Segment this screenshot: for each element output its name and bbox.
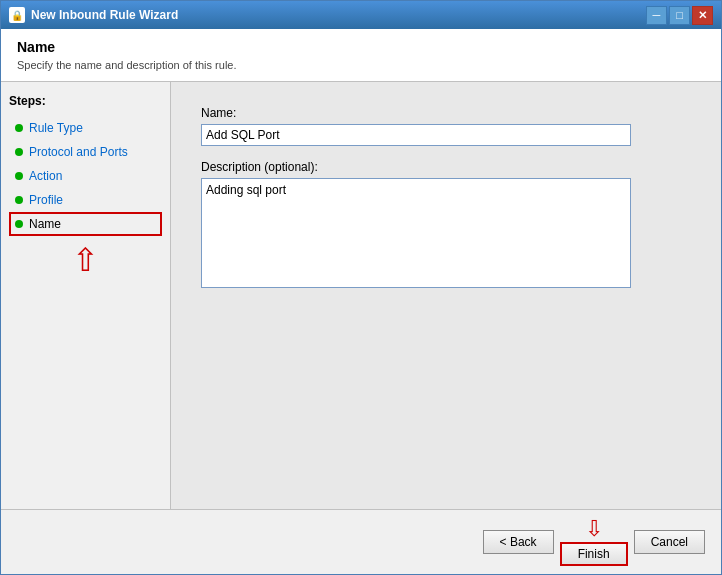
name-input[interactable] <box>201 124 631 146</box>
step-dot-action <box>15 172 23 180</box>
step-dot-name <box>15 220 23 228</box>
sidebar: Steps: Rule Type Protocol and Ports Acti… <box>1 82 171 509</box>
description-group: Description (optional): <box>201 160 691 288</box>
back-button[interactable]: < Back <box>483 530 554 554</box>
sidebar-item-rule-type[interactable]: Rule Type <box>9 116 162 140</box>
finish-down-arrow-icon: ⇩ <box>585 518 603 540</box>
sidebar-item-name[interactable]: Name <box>9 212 162 236</box>
step-label-name: Name <box>29 217 61 231</box>
page-header: Name Specify the name and description of… <box>1 29 721 82</box>
window-icon: 🔒 <box>9 7 25 23</box>
step-dot-protocol-ports <box>15 148 23 156</box>
step-label-profile: Profile <box>29 193 63 207</box>
steps-label: Steps: <box>9 94 162 108</box>
maximize-button[interactable]: □ <box>669 6 690 25</box>
close-button[interactable]: ✕ <box>692 6 713 25</box>
main-panel: Name: Description (optional): <box>171 82 721 509</box>
title-bar-left: 🔒 New Inbound Rule Wizard <box>9 7 178 23</box>
finish-wrapper: ⇩ Finish <box>560 518 628 566</box>
description-textarea[interactable] <box>201 178 631 288</box>
arrow-container: ⇧ <box>9 244 162 276</box>
name-group: Name: <box>201 106 691 146</box>
minimize-button[interactable]: ─ <box>646 6 667 25</box>
footer: < Back ⇩ Finish Cancel <box>1 509 721 574</box>
sidebar-item-action[interactable]: Action <box>9 164 162 188</box>
step-dot-rule-type <box>15 124 23 132</box>
wizard-window: 🔒 New Inbound Rule Wizard ─ □ ✕ Name Spe… <box>0 0 722 575</box>
step-label-protocol-ports: Protocol and Ports <box>29 145 128 159</box>
content-area: Steps: Rule Type Protocol and Ports Acti… <box>1 82 721 509</box>
step-label-action: Action <box>29 169 62 183</box>
sidebar-item-protocol-ports[interactable]: Protocol and Ports <box>9 140 162 164</box>
finish-button[interactable]: Finish <box>560 542 628 566</box>
up-arrow-icon: ⇧ <box>72 244 99 276</box>
step-dot-profile <box>15 196 23 204</box>
name-label: Name: <box>201 106 691 120</box>
cancel-button[interactable]: Cancel <box>634 530 705 554</box>
description-label: Description (optional): <box>201 160 691 174</box>
page-subtitle: Specify the name and description of this… <box>17 59 705 71</box>
title-controls: ─ □ ✕ <box>646 6 713 25</box>
step-label-rule-type: Rule Type <box>29 121 83 135</box>
window-title: New Inbound Rule Wizard <box>31 8 178 22</box>
title-bar: 🔒 New Inbound Rule Wizard ─ □ ✕ <box>1 1 721 29</box>
sidebar-item-profile[interactable]: Profile <box>9 188 162 212</box>
page-title: Name <box>17 39 705 55</box>
